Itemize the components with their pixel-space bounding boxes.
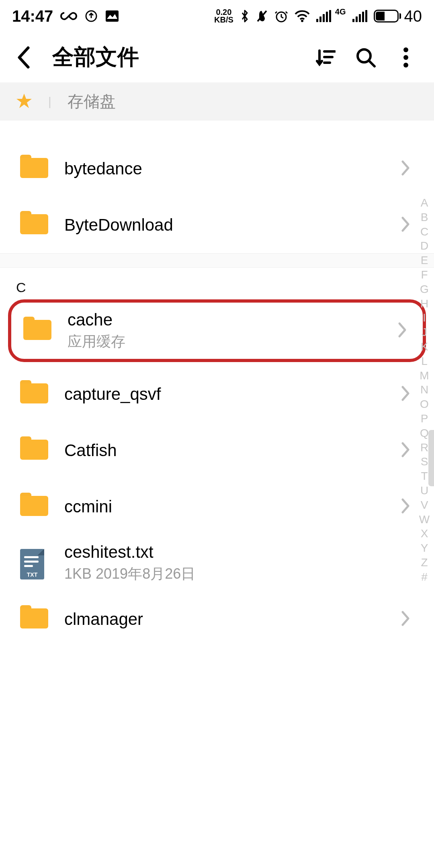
alpha-index-letter[interactable]: A [421, 197, 428, 209]
folder-icon [20, 605, 48, 633]
picture-icon [105, 10, 119, 22]
alarm-icon [274, 9, 288, 23]
txt-label: TXT [20, 571, 44, 578]
alpha-index-letter[interactable]: E [421, 254, 428, 267]
alphabet-index[interactable]: ABCDEFGHIJKLMNOPQRSTUVWXYZ# [417, 197, 432, 583]
svg-rect-1 [106, 10, 119, 22]
folder-cache[interactable]: cache 应用缓存 [11, 303, 423, 359]
alpha-index-letter[interactable]: R [420, 442, 428, 454]
folder-bytedownload[interactable]: ByteDownload [0, 197, 434, 253]
back-button[interactable] [8, 41, 40, 74]
alpha-index-letter[interactable]: M [420, 370, 429, 382]
item-name: ceshitest.txt [64, 542, 410, 562]
status-left: 14:47 [12, 7, 119, 25]
alpha-index-letter[interactable]: Y [421, 542, 428, 555]
chevron-right-icon [401, 610, 410, 628]
alpha-index-letter[interactable]: H [420, 298, 428, 310]
alpha-index-letter[interactable]: F [421, 269, 428, 281]
chevron-right-icon [401, 385, 410, 403]
network-speed: 0.20 KB/S [214, 8, 233, 24]
folder-icon [20, 493, 48, 521]
highlight-annotation: cache 应用缓存 [8, 299, 426, 362]
folder-catfish[interactable]: Catfish [0, 422, 434, 479]
item-name: ccmini [64, 497, 401, 516]
chevron-right-icon [401, 216, 410, 234]
signal-2-icon [352, 10, 367, 22]
item-name: Catfish [64, 441, 401, 460]
chevron-right-icon [398, 322, 407, 340]
svg-line-9 [369, 61, 375, 66]
scrollbar-thumb[interactable] [428, 430, 434, 486]
search-button[interactable] [350, 41, 382, 74]
alpha-index-letter[interactable]: Z [421, 557, 428, 569]
item-name: ByteDownload [64, 215, 401, 235]
battery-percent: 40 [404, 7, 422, 25]
signal-4g-label: 4G [335, 7, 346, 16]
chevron-right-icon [401, 160, 410, 178]
alpha-index-letter[interactable]: K [421, 341, 428, 353]
alpha-index-letter[interactable]: V [421, 499, 428, 512]
folder-icon [23, 317, 51, 345]
mute-icon [256, 9, 268, 23]
alpha-index-letter[interactable]: N [420, 384, 428, 396]
breadcrumb-separator: | [48, 95, 51, 108]
folder-icon [20, 155, 48, 183]
folder-icon [20, 436, 48, 465]
alpha-index-letter[interactable]: J [422, 326, 427, 339]
item-name: bytedance [64, 159, 401, 178]
status-right: 0.20 KB/S 4G 40 [214, 7, 422, 25]
file-ceshitest[interactable]: TXT ceshitest.txt 1KB 2019年8月26日 [0, 535, 434, 591]
folder-icon [20, 380, 48, 408]
svg-point-12 [403, 63, 408, 68]
item-name: clmanager [64, 610, 401, 629]
alpha-index-letter[interactable]: S [421, 456, 428, 468]
toolbar: 全部文件 [0, 32, 434, 82]
folder-ccmini[interactable]: ccmini [0, 479, 434, 535]
alpha-index-letter[interactable]: I [423, 312, 426, 324]
section-header-c: C [0, 268, 434, 299]
item-subtitle: 1KB 2019年8月26日 [64, 564, 410, 584]
status-time: 14:47 [12, 7, 53, 25]
breadcrumb-storage[interactable]: 存储盘 [68, 90, 116, 113]
alpha-index-letter[interactable]: C [420, 226, 428, 238]
folder-clmanager[interactable]: clmanager [0, 591, 434, 647]
folder-capture-qsvf[interactable]: capture_qsvf [0, 366, 434, 422]
alpha-index-letter[interactable]: P [421, 413, 428, 425]
alpha-index-letter[interactable]: W [419, 514, 430, 526]
chevron-right-icon [401, 442, 410, 459]
wifi-icon [295, 10, 310, 22]
circle-arrow-icon [84, 9, 98, 23]
signal-1-icon [316, 10, 331, 22]
star-icon[interactable] [16, 93, 32, 111]
chevron-right-icon [401, 498, 410, 516]
folder-icon [20, 211, 48, 239]
sort-button[interactable] [309, 41, 342, 74]
alpha-index-letter[interactable]: X [421, 528, 428, 540]
section-divider [0, 253, 434, 268]
alpha-index-letter[interactable]: G [420, 283, 429, 296]
folder-bytedance[interactable]: bytedance [0, 141, 434, 197]
net-speed-unit: KB/S [214, 16, 233, 24]
svg-point-10 [403, 47, 408, 52]
alpha-index-letter[interactable]: U [420, 485, 428, 497]
more-button[interactable] [390, 41, 422, 74]
alpha-index-letter[interactable]: B [421, 211, 428, 224]
alpha-index-letter[interactable]: L [421, 355, 428, 368]
svg-point-4 [301, 20, 303, 22]
status-bar: 14:47 0.20 KB/S 4G [0, 0, 434, 32]
page-title: 全部文件 [52, 43, 301, 72]
item-subtitle: 应用缓存 [68, 332, 398, 352]
alpha-index-letter[interactable]: # [421, 571, 428, 583]
alpha-index-letter[interactable]: D [420, 240, 428, 252]
svg-point-11 [403, 55, 408, 60]
infinity-icon [60, 11, 77, 21]
item-name: cache [68, 310, 398, 330]
file-list: bytedance ByteDownload C cache 应用缓存 capt… [0, 121, 434, 647]
alpha-index-letter[interactable]: T [421, 470, 428, 483]
bluetooth-icon [240, 9, 250, 23]
txt-file-icon: TXT [20, 549, 48, 577]
alpha-index-letter[interactable]: Q [420, 427, 429, 440]
breadcrumb: | 存储盘 [0, 82, 434, 121]
alpha-index-letter[interactable]: O [420, 398, 429, 411]
battery-icon: 40 [374, 7, 422, 25]
